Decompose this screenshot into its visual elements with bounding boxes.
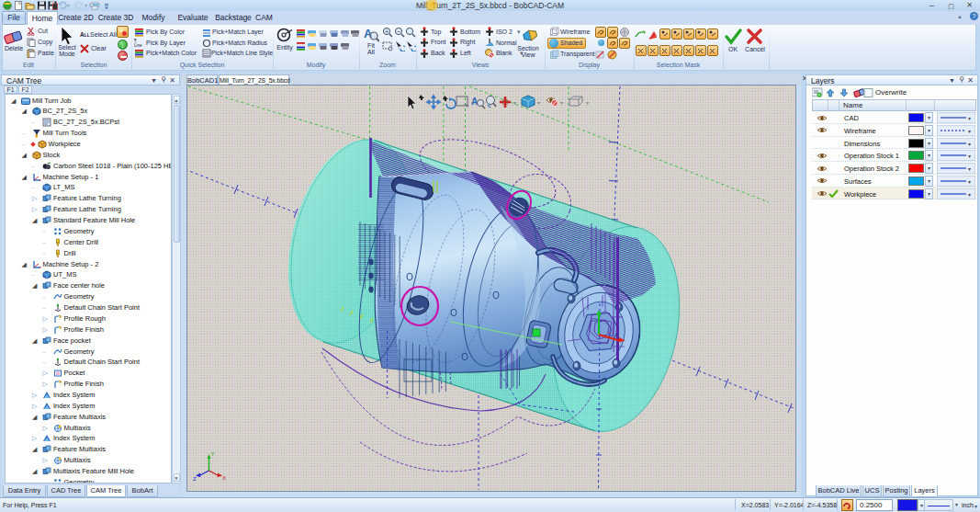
svg-text:−: − (397, 28, 400, 35)
svg-text:▾: ▾ (968, 142, 971, 147)
svg-text:▾: ▾ (537, 100, 540, 106)
svg-text:▾: ▾ (560, 100, 563, 106)
svg-text:▾: ▾ (968, 192, 971, 198)
svg-text:▾: ▾ (513, 100, 516, 106)
svg-text:▾: ▾ (968, 179, 971, 185)
svg-text:▾: ▾ (968, 154, 971, 159)
svg-text:+: + (385, 28, 389, 35)
svg-text:A: A (471, 97, 478, 107)
svg-text:Y: Y (211, 451, 215, 457)
svg-text:▾: ▾ (968, 166, 971, 172)
svg-text:Z: Z (193, 476, 197, 482)
svg-text:▾: ▾ (968, 116, 971, 121)
svg-text:▾: ▾ (586, 100, 589, 106)
svg-text:▾: ▾ (968, 129, 971, 134)
svg-text:Line: Line (134, 43, 142, 48)
svg-text:ALL: ALL (80, 31, 90, 38)
svg-text:X: X (222, 475, 226, 481)
